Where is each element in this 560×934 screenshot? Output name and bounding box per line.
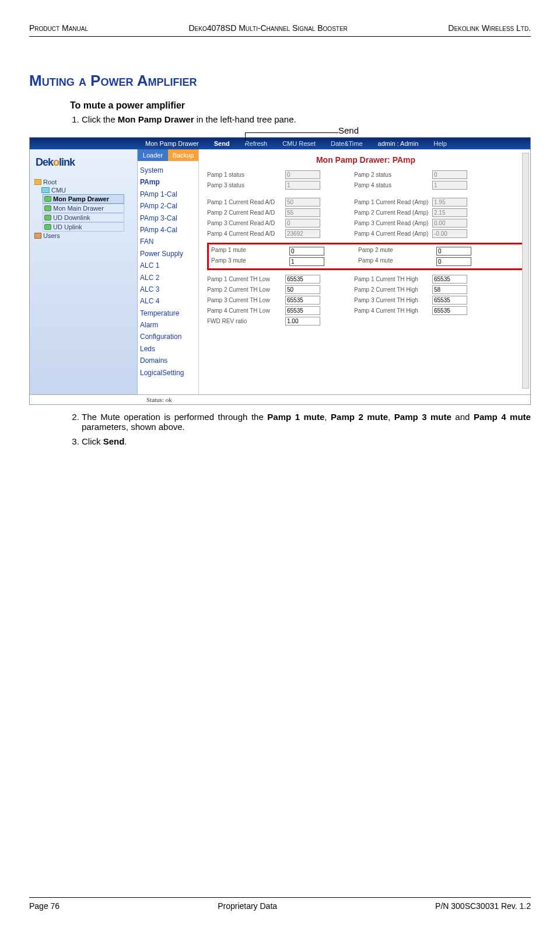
pamp2-status-field: [432, 170, 467, 179]
step-3: Click Send.: [82, 436, 531, 446]
pamp4-mute-label: Pamp 4 mute: [358, 257, 434, 266]
node-icon: [44, 224, 51, 230]
mid-item-configuration[interactable]: Configuration: [140, 331, 196, 342]
pamp1-ad-field: [285, 198, 320, 207]
pamp1-amp-label: Pamp 1 Current Read (Amp): [354, 199, 430, 205]
pamp1-ad-label: Pamp 1 Current Read A/D: [207, 199, 283, 205]
step2-b3: Pamp 3 mute: [394, 412, 452, 422]
step3-post: .: [124, 436, 127, 446]
pamp3-thhigh-field[interactable]: [432, 296, 467, 305]
node-icon: [44, 215, 51, 221]
content-panel: Mon Pamp Drawer: PAmp Pamp 1 status Pamp…: [199, 149, 530, 394]
pamp2-thhigh-field[interactable]: [432, 285, 467, 294]
tab-loader[interactable]: Loader: [138, 149, 168, 161]
pamp1-mute-label: Pamp 1 mute: [211, 247, 287, 256]
mid-item-leds[interactable]: Leds: [140, 343, 196, 355]
mid-item-alc1[interactable]: ALC 1: [140, 260, 196, 271]
tree-ud-uplink[interactable]: UD Uplink: [43, 222, 124, 232]
step1-post: in the left-hand tree pane.: [194, 114, 296, 124]
pamp3-status-label: Pamp 3 status: [207, 182, 283, 188]
page-footer: Page 76 Proprietary Data P/N 300SC30031 …: [29, 897, 531, 911]
mid-item-alc4[interactable]: ALC 4: [140, 295, 196, 307]
tab-backup[interactable]: Backup: [168, 149, 198, 161]
tree-ud-down-label: UD Downlink: [53, 214, 90, 221]
node-icon: [44, 196, 51, 202]
mid-item-pamp4cal[interactable]: PAmp 4-Cal: [140, 224, 196, 236]
nav-tree: Root CMU Mon Pamp Drawer Mon Main Drawer…: [30, 178, 137, 240]
cmu-icon: [41, 187, 50, 193]
pamp4-ad-label: Pamp 4 Current Read A/D: [207, 230, 283, 237]
callout-send-label: Send: [338, 125, 359, 135]
mute-highlight-box: Pamp 1 mute Pamp 2 mute Pamp 3 mute Pamp…: [207, 243, 524, 270]
tree-root-label: Root: [43, 179, 57, 186]
node-icon: [44, 205, 51, 211]
mid-item-fan[interactable]: FAN: [140, 236, 196, 247]
tree-mon-pamp-drawer[interactable]: Mon Pamp Drawer: [43, 194, 124, 204]
user-icon: [34, 233, 41, 239]
mid-item-temperature[interactable]: Temperature: [140, 307, 196, 319]
datetime-button[interactable]: Date&Time: [331, 140, 363, 147]
pamp4-thlow-label: Pamp 4 Current TH Low: [207, 307, 283, 314]
pamp2-mute-field[interactable]: [436, 247, 471, 256]
mid-item-powersupply[interactable]: Power Supply: [140, 248, 196, 260]
send-button[interactable]: Send: [214, 140, 230, 147]
pamp2-ad-field: [285, 208, 320, 217]
pamp4-thhigh-field[interactable]: [432, 306, 467, 315]
crumb-mon-pamp: Mon Pamp Drawer: [145, 140, 199, 147]
pamp4-ad-field: [285, 229, 320, 238]
mid-item-pamp3cal[interactable]: PAmp 3-Cal: [140, 212, 196, 224]
step2-b2: Pamp 2 mute: [331, 412, 388, 422]
pamp2-amp-field: [432, 208, 467, 217]
step-1: Click the Mon Pamp Drawer in the left-ha…: [82, 114, 531, 124]
mid-item-alc3[interactable]: ALC 3: [140, 284, 196, 295]
pamp3-ad-label: Pamp 3 Current Read A/D: [207, 220, 283, 226]
mid-sidebar: Loader Backup System PAmp PAmp 1-Cal PAm…: [138, 149, 199, 394]
tree-mon-main-drawer[interactable]: Mon Main Drawer: [43, 204, 124, 213]
pamp4-status-label: Pamp 4 status: [354, 182, 430, 188]
pamp3-mute-field[interactable]: [289, 257, 324, 266]
pamp2-amp-label: Pamp 2 Current Read (Amp): [354, 209, 430, 216]
mid-item-pamp1cal[interactable]: PAmp 1-Cal: [140, 188, 196, 200]
pamp2-ad-label: Pamp 2 Current Read A/D: [207, 209, 283, 216]
scrollbar[interactable]: [522, 153, 529, 389]
mid-item-domains[interactable]: Domains: [140, 355, 196, 366]
pamp1-mute-field[interactable]: [289, 247, 324, 256]
pamp4-thlow-field[interactable]: [285, 306, 320, 315]
cmu-reset-button[interactable]: CMU Reset: [282, 140, 316, 147]
mid-item-system[interactable]: System: [140, 165, 196, 176]
pamp1-status-field: [285, 170, 320, 179]
pamp4-amp-label: Pamp 4 Current Read (Amp): [354, 230, 430, 237]
pamp4-mute-field[interactable]: [436, 257, 471, 266]
tree-cmu[interactable]: CMU: [39, 186, 137, 194]
mid-item-logicalsetting[interactable]: LogicalSetting: [140, 367, 196, 379]
page-header: Product Manual Deko4078SD Multi-Channel …: [29, 23, 531, 37]
subheading: To mute a power amplifier: [70, 100, 531, 111]
tree-ud-downlink[interactable]: UD Downlink: [43, 213, 124, 222]
fwd-rev-field[interactable]: [285, 317, 320, 326]
tree-users-label: Users: [43, 232, 60, 239]
mid-item-pamp[interactable]: PAmp: [140, 176, 196, 188]
step1-pre: Click the: [82, 114, 118, 124]
step2-b1: Pamp 1 mute: [267, 412, 324, 422]
pamp3-amp-label: Pamp 3 Current Read (Amp): [354, 220, 430, 226]
help-button[interactable]: Help: [433, 140, 447, 147]
refresh-button[interactable]: Refresh: [245, 140, 268, 147]
tree-root[interactable]: Root: [32, 178, 137, 186]
pamp1-amp-field: [432, 198, 467, 207]
pamp1-status-label: Pamp 1 status: [207, 172, 283, 178]
step1-bold: Mon Pamp Drawer: [118, 114, 194, 124]
pamp1-thhigh-field[interactable]: [432, 275, 467, 284]
drawer-title: Mon Pamp Drawer: PAmp: [207, 155, 524, 165]
step3-pre: Click: [82, 436, 103, 446]
mid-item-alc2[interactable]: ALC 2: [140, 272, 196, 284]
mid-item-pamp2cal[interactable]: PAmp 2-Cal: [140, 200, 196, 212]
mid-item-alarm[interactable]: Alarm: [140, 319, 196, 331]
pamp2-status-label: Pamp 2 status: [354, 172, 430, 178]
admin-label: admin : Admin: [378, 140, 419, 147]
pamp1-thlow-field[interactable]: [285, 275, 320, 284]
fwd-rev-label: FWD REV ratio: [207, 318, 283, 324]
pamp2-thlow-field[interactable]: [285, 285, 320, 294]
step2-b4: Pamp 4 mute: [474, 412, 531, 422]
tree-users[interactable]: Users: [32, 232, 137, 240]
pamp3-thlow-field[interactable]: [285, 296, 320, 305]
